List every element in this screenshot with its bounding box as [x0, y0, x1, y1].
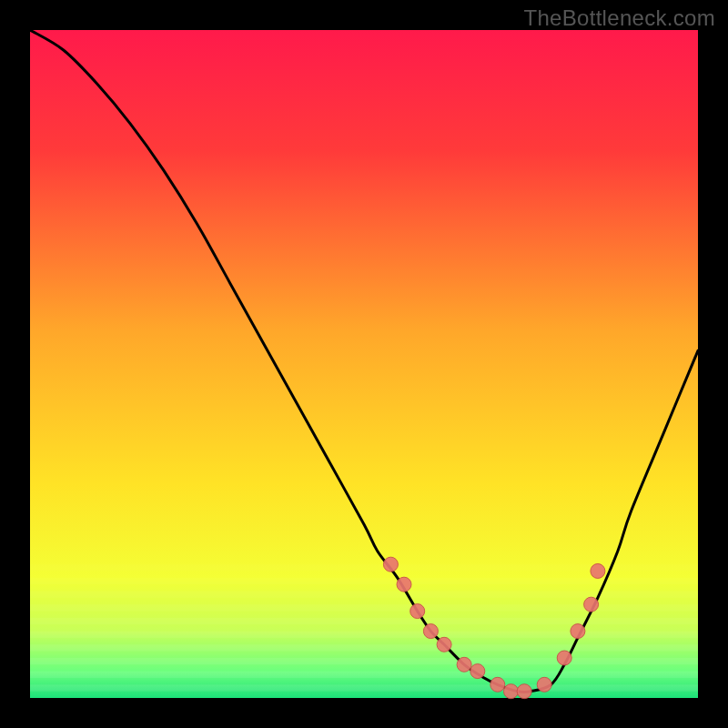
curve-marker [457, 657, 471, 672]
curve-marker [504, 684, 519, 699]
curve-marker [423, 624, 438, 639]
svg-rect-8 [30, 672, 698, 678]
curve-marker [571, 624, 585, 639]
curve-marker [383, 557, 398, 571]
curve-marker [490, 677, 505, 692]
curve-marker [557, 651, 571, 665]
watermark-text: TheBottleneck.com [523, 5, 715, 31]
curve-marker [470, 664, 485, 679]
svg-rect-9 [30, 684, 698, 691]
chart-frame: TheBottleneck.com [0, 0, 728, 728]
svg-rect-6 [30, 644, 698, 651]
curve-marker [584, 597, 599, 612]
curve-marker [397, 577, 411, 592]
curve-marker [517, 684, 531, 699]
curve-marker [537, 677, 551, 692]
svg-rect-4 [30, 618, 698, 624]
svg-rect-5 [30, 632, 698, 638]
curve-marker [591, 564, 605, 579]
curve-marker [410, 604, 425, 619]
svg-rect-7 [30, 658, 698, 664]
curve-marker [437, 637, 451, 652]
bottleneck-curve-chart [0, 0, 728, 728]
